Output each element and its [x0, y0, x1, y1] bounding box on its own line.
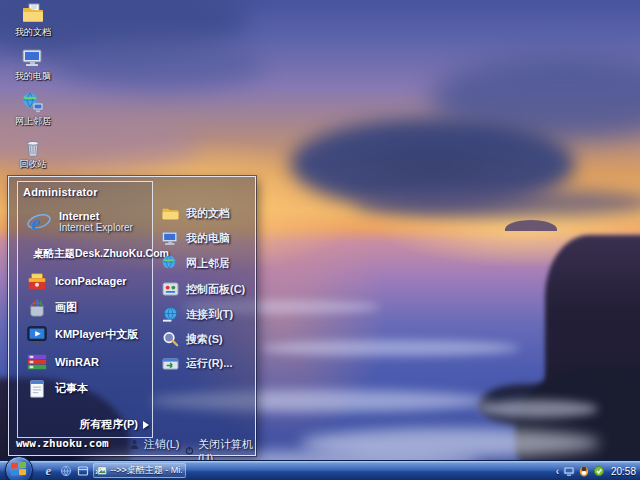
menu-item-label: 搜索(S)	[186, 332, 223, 347]
menu-item-label: 我的文档	[186, 206, 230, 221]
start-menu-username: Administrator	[23, 186, 98, 198]
desktop-icon-label: 网上邻居	[2, 116, 64, 127]
menu-item-label: 画图	[55, 300, 77, 315]
logoff-icon	[129, 439, 140, 450]
island-silhouette	[505, 220, 557, 231]
menu-item-label: 网上邻居	[186, 256, 230, 271]
all-programs-label: 所有程序(P)	[79, 417, 138, 432]
iconpackager-icon	[26, 270, 48, 292]
desktop-screen: 我的文档 我的电脑 网上邻居 回收站 Administrator e Inter…	[0, 0, 640, 480]
cloud	[355, 188, 640, 218]
task-window-icon	[97, 465, 107, 476]
desktop-icon-network-places[interactable]: 网上邻居	[2, 91, 64, 127]
desktop-icon-label: 回收站	[2, 159, 64, 170]
desktop-icon-my-documents[interactable]: 我的文档	[2, 2, 64, 38]
cloud	[55, 38, 265, 90]
right-arrow-icon	[143, 421, 149, 429]
kmplayer-icon	[26, 324, 48, 346]
start-menu-item-search[interactable]: 搜索(S)	[161, 327, 253, 352]
start-menu-item-winrar[interactable]: WinRAR	[22, 348, 150, 375]
internet-explorer-icon: e	[26, 209, 52, 235]
winrar-icon	[26, 351, 48, 373]
shutdown-icon	[185, 445, 194, 456]
desktop-icon-my-computer[interactable]: 我的电脑	[2, 46, 64, 82]
start-menu-item-my-computer[interactable]: 我的电脑	[161, 226, 253, 251]
start-menu-programs-panel: Administrator e Internet Internet Explor…	[17, 181, 153, 438]
start-menu-item-internet[interactable]: e Internet Internet Explorer	[22, 206, 150, 238]
start-menu-item-network-places[interactable]: 网上邻居	[161, 251, 253, 276]
menu-item-label: 控制面板(C)	[186, 282, 245, 297]
start-menu-item-iconpackager[interactable]: IconPackager	[22, 267, 150, 294]
start-menu-item-my-documents[interactable]: 我的文档	[161, 201, 253, 226]
start-menu-item-zhuoku-theme[interactable]: 桌酷主题Desk.ZhuoKu.Com	[22, 240, 150, 267]
notepad-icon	[26, 378, 48, 400]
start-menu-item-connect-to[interactable]: 连接到(T)	[161, 302, 253, 327]
network-places-icon	[21, 91, 45, 115]
desktop-icon-recycle-bin[interactable]: 回收站	[2, 136, 64, 170]
run-icon	[161, 354, 180, 373]
menu-item-label: Internet	[59, 211, 133, 222]
quick-launch: e ›	[42, 461, 101, 480]
taskbar-clock[interactable]: 20:58	[611, 466, 636, 477]
menu-item-label: IconPackager	[55, 275, 127, 287]
start-menu-item-notepad[interactable]: 记事本	[22, 375, 150, 402]
menu-item-label: 运行(R)...	[186, 356, 232, 371]
quick-launch-browser-icon[interactable]	[59, 465, 72, 478]
tray-antivirus-icon[interactable]	[593, 465, 605, 477]
my-computer-icon	[21, 46, 45, 70]
logoff-button[interactable]: 注销(L)	[129, 437, 179, 452]
network-places-icon	[161, 254, 180, 273]
start-menu-item-kmplayer[interactable]: KMPlayer中文版	[22, 321, 150, 348]
tray-collapse-icon[interactable]: ‹	[555, 466, 560, 477]
menu-item-label: 桌酷主题Desk.ZhuoKu.Com	[33, 247, 169, 261]
system-tray: ‹ 20:58	[555, 461, 638, 480]
taskbar: e › -->>桌酷主题 - Mi... ‹ 20:58	[0, 460, 640, 480]
menu-item-label: 记事本	[55, 381, 88, 396]
all-programs-button[interactable]: 所有程序(P)	[79, 417, 149, 432]
tray-messenger-icon[interactable]	[578, 465, 590, 477]
task-button-label: -->>桌酷主题 - Mi...	[110, 464, 182, 477]
quick-launch-ie-icon[interactable]: e	[42, 465, 55, 478]
paint-icon	[26, 297, 48, 319]
start-menu-item-control-panel[interactable]: 控制面板(C)	[161, 277, 253, 302]
wave-foam	[478, 400, 598, 418]
start-menu-footer: www.zhuoku.com 注销(L) 关闭计算机(U)	[9, 436, 255, 452]
start-menu-item-run[interactable]: 运行(R)...	[161, 351, 253, 376]
tray-display-icon[interactable]	[563, 465, 575, 477]
recycle-bin-icon	[22, 136, 44, 158]
zhuoku-link[interactable]: www.zhuoku.com	[16, 437, 109, 450]
my-documents-icon	[161, 204, 180, 223]
svg-text:e: e	[31, 212, 40, 234]
start-menu-item-paint[interactable]: 画图	[22, 294, 150, 321]
menu-item-label: WinRAR	[55, 356, 99, 368]
control-panel-icon	[161, 280, 180, 299]
desktop-icon-label: 我的电脑	[2, 71, 64, 82]
taskbar-task-button[interactable]: -->>桌酷主题 - Mi...	[93, 463, 186, 478]
quick-launch-show-desktop-icon[interactable]	[76, 465, 89, 478]
desktop-icon-label: 我的文档	[2, 27, 64, 38]
menu-item-label: 我的电脑	[186, 231, 230, 246]
search-icon	[161, 330, 180, 349]
connect-to-icon	[161, 305, 180, 324]
start-button[interactable]	[5, 456, 33, 480]
logoff-label: 注销(L)	[144, 437, 179, 452]
start-menu: Administrator e Internet Internet Explor…	[8, 176, 256, 456]
my-documents-icon	[21, 2, 45, 26]
menu-item-sublabel: Internet Explorer	[59, 222, 133, 233]
menu-item-label: KMPlayer中文版	[55, 327, 138, 342]
menu-item-label: 连接到(T)	[186, 307, 233, 322]
my-computer-icon	[161, 229, 180, 248]
wave-foam	[260, 340, 520, 356]
windows-logo-icon	[10, 462, 27, 477]
